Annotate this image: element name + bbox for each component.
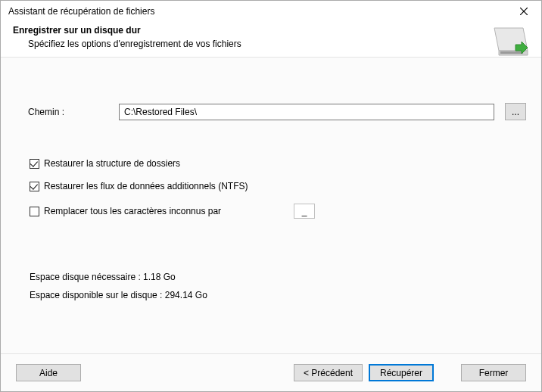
close-icon [520, 8, 528, 15]
wizard-window: Assistant de récupération de fichiers En… [0, 0, 542, 392]
button-label: Récupérer [380, 368, 422, 378]
option-label: Restaurer les flux de données additionne… [44, 181, 248, 191]
browse-label: ... [512, 107, 519, 117]
path-input[interactable] [119, 104, 494, 120]
checkbox-icon [30, 159, 39, 169]
path-row: Chemin : ... [28, 103, 526, 120]
option-restore-ads[interactable]: Restaurer les flux de données additionne… [30, 181, 526, 191]
window-title: Assistant de récupération de fichiers [8, 6, 512, 17]
close-button[interactable]: Fermer [461, 364, 526, 381]
back-button[interactable]: < Précédent [294, 364, 363, 381]
checkbox-icon [30, 207, 39, 216]
help-button[interactable]: Aide [16, 364, 81, 381]
svg-rect-4 [500, 51, 523, 54]
button-label: Aide [39, 368, 58, 378]
wizard-footer: Aide < Précédent Récupérer Fermer [1, 353, 541, 391]
option-restore-structure[interactable]: Restaurer la structure de dossiers [30, 158, 526, 169]
replace-char-input[interactable] [294, 204, 315, 219]
browse-button[interactable]: ... [505, 103, 526, 120]
options-group: Restaurer la structure de dossiers Resta… [30, 158, 526, 219]
page-subtitle: Spécifiez les options d'enregistrement d… [28, 39, 529, 49]
disk-available: Espace disponible sur le disque : 294.14… [30, 290, 526, 300]
option-label: Remplacer tous les caractères inconnus p… [44, 206, 221, 216]
disk-info: Espace disque nécessaire : 1.18 Go Espac… [30, 272, 526, 300]
page-title: Enregistrer sur un disque dur [13, 25, 529, 36]
button-label: < Précédent [304, 368, 353, 378]
checkbox-icon [30, 182, 39, 191]
window-close-button[interactable] [512, 3, 535, 20]
recover-button[interactable]: Récupérer [369, 364, 434, 381]
hdd-icon [490, 25, 531, 58]
wizard-header: Enregistrer sur un disque dur Spécifiez … [1, 22, 541, 57]
path-label: Chemin : [28, 107, 111, 117]
disk-required: Espace disque nécessaire : 1.18 Go [30, 272, 526, 282]
button-label: Fermer [479, 368, 509, 378]
wizard-content: Chemin : ... Restaurer la structure de d… [1, 58, 541, 353]
titlebar: Assistant de récupération de fichiers [1, 1, 541, 22]
option-label: Restaurer la structure de dossiers [44, 158, 180, 169]
option-replace-chars[interactable]: Remplacer tous les caractères inconnus p… [30, 204, 526, 219]
